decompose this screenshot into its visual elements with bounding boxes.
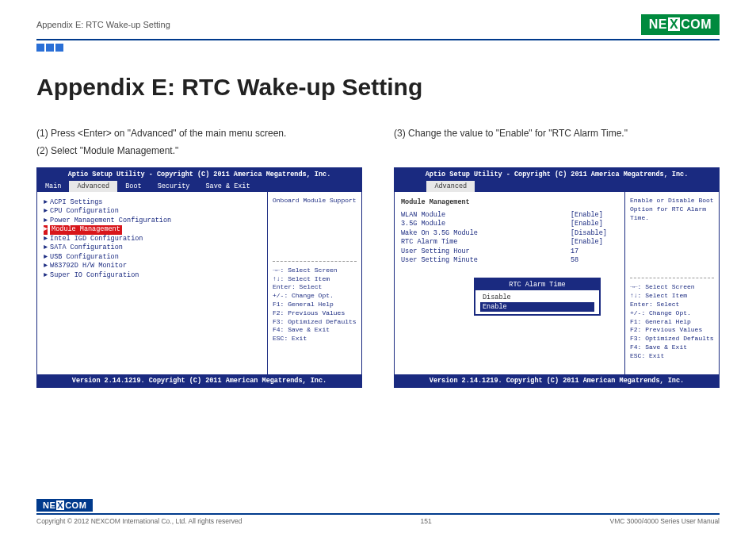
popup-title: RTC Alarm Time — [475, 279, 599, 290]
bios-tabs: Main Advanced Boot Security Save & Exit — [37, 181, 361, 192]
decorative-squares — [36, 44, 720, 52]
section-title: Module Management — [401, 198, 618, 206]
menu-item-usb[interactable]: ►USB Configuration — [44, 253, 261, 262]
page-number: 151 — [242, 517, 610, 525]
bios-side-panel: Onboard Module Support →←: Select Screen… — [268, 192, 361, 374]
row-minute[interactable]: User Setting Minute58 — [401, 256, 618, 265]
bios-main-panel: ►ACPI Settings ►CPU Configuration ►Power… — [37, 192, 268, 374]
tab-save-exit[interactable]: Save & Exit — [197, 181, 258, 192]
rtc-alarm-popup: RTC Alarm Time Disable Enable — [474, 278, 601, 316]
row-wake-35g[interactable]: Wake On 3.5G Module[Disable] — [401, 229, 618, 238]
row-wlan[interactable]: WLAN Module[Enable] — [401, 211, 618, 220]
menu-item-power[interactable]: ►Power Management Configuration — [44, 217, 261, 225]
right-column: (3) Change the value to "Enable" for "RT… — [394, 128, 720, 388]
bios-side-panel: Enable or Disable Boot Option for RTC Al… — [625, 192, 719, 374]
menu-item-sata[interactable]: ►SATA Configuration — [44, 243, 261, 252]
tab-advanced[interactable]: Advanced — [69, 181, 117, 192]
page-footer: NEXCOM Copyright © 2012 NEXCOM Internati… — [36, 497, 720, 525]
row-35g[interactable]: 3.5G Module[Enable] — [401, 220, 618, 228]
copyright: Copyright © 2012 NEXCOM International Co… — [36, 517, 242, 525]
menu-item-hwmon[interactable]: ►W83792D H/W Monitor — [44, 262, 261, 270]
bios-main-panel: Module Management WLAN Module[Enable] 3.… — [395, 192, 625, 374]
page-title: Appendix E: RTC Wake-up Setting — [36, 74, 720, 101]
side-description: Onboard Module Support — [273, 197, 357, 205]
menu-item-superio[interactable]: ►Super IO Configuration — [44, 271, 261, 280]
bios-key-help: →←: Select Screen↑↓: Select Item Enter: … — [273, 261, 357, 343]
breadcrumb: Appendix E: RTC Wake-up Setting — [36, 20, 170, 29]
tab-boot[interactable]: Boot — [117, 181, 149, 192]
option-disable[interactable]: Disable — [480, 293, 594, 302]
footer-logo: NEXCOM — [36, 499, 93, 512]
logo: NEXCOM — [641, 14, 720, 35]
step-2: (2) Select "Module Management." — [36, 145, 362, 156]
menu-item-acpi[interactable]: ►ACPI Settings — [44, 198, 261, 207]
tab-advanced[interactable]: Advanced — [426, 181, 475, 192]
left-column: (1) Press <Enter> on "Advanced" of the m… — [36, 128, 362, 388]
tab-main[interactable]: Main — [37, 181, 69, 192]
option-enable[interactable]: Enable — [480, 302, 594, 312]
bios-version-bar: Version 2.14.1219. Copyright (C) 2011 Am… — [395, 374, 719, 387]
manual-name: VMC 3000/4000 Series User Manual — [610, 517, 720, 525]
step-1: (1) Press <Enter> on "Advanced" of the m… — [36, 128, 362, 139]
step-3: (3) Change the value to "Enable" for "RT… — [394, 128, 720, 139]
side-description: Enable or Disable Boot Option for RTC Al… — [630, 197, 714, 222]
bios-title-bar: Aptio Setup Utility - Copyright (C) 2011… — [395, 168, 719, 181]
row-hour[interactable]: User Setting Hour17 — [401, 247, 618, 256]
bios-version-bar: Version 2.14.1219. Copyright (C) 2011 Am… — [37, 374, 361, 387]
bios-key-help: →←: Select Screen↑↓: Select Item Enter: … — [630, 278, 714, 360]
bios-screenshot-2: Aptio Setup Utility - Copyright (C) 2011… — [394, 167, 720, 388]
bios-screenshot-1: Aptio Setup Utility - Copyright (C) 2011… — [36, 167, 362, 388]
tab-security[interactable]: Security — [150, 181, 198, 192]
bios-tabs: Main Advanced — [395, 181, 719, 192]
bios-title-bar: Aptio Setup Utility - Copyright (C) 2011… — [37, 168, 361, 181]
menu-item-module-mgmt[interactable]: ►Module Management — [44, 225, 261, 234]
header-rule — [36, 39, 720, 40]
menu-item-igd[interactable]: ►Intel IGD Configuration — [44, 235, 261, 243]
row-rtc-alarm[interactable]: RTC Alarm Time[Enable] — [401, 238, 618, 247]
menu-item-cpu[interactable]: ►CPU Configuration — [44, 207, 261, 216]
